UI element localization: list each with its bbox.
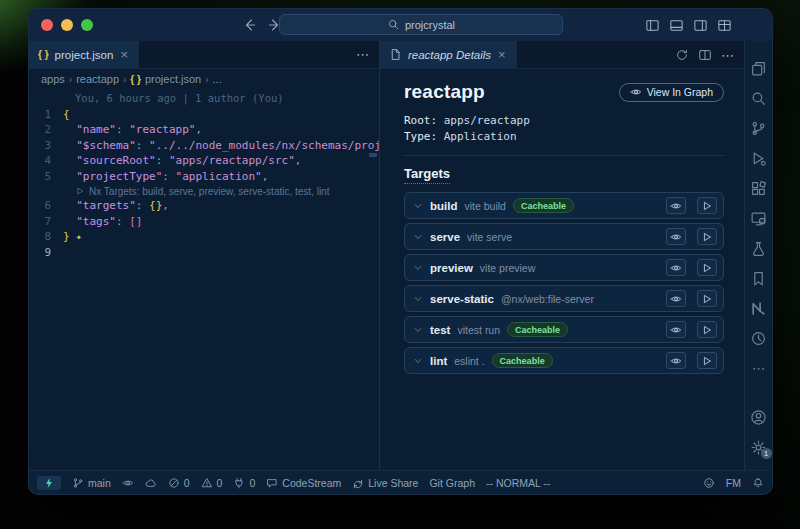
activity-testing-icon[interactable] <box>745 233 773 263</box>
view-target-button[interactable] <box>666 352 686 369</box>
tab-reactapp-details[interactable]: reactapp Details × <box>380 41 517 68</box>
activity-more-icon[interactable]: ⋯ <box>745 353 773 383</box>
editor-actions-left: ⋯ <box>347 41 379 68</box>
activity-search-icon[interactable] <box>745 83 773 113</box>
code-editor[interactable]: You, 6 hours ago | 1 author (You)1{2 "na… <box>29 89 379 470</box>
activity-run-debug-icon[interactable] <box>745 143 773 173</box>
eye-icon <box>670 324 682 336</box>
status-bell-icon[interactable] <box>752 477 764 489</box>
extensions-icon <box>750 180 767 197</box>
layout-controls <box>645 18 732 33</box>
run-target-button[interactable] <box>697 228 717 245</box>
more-icon[interactable]: ⋯ <box>721 46 735 64</box>
chevron-down-icon[interactable] <box>413 263 423 273</box>
cacheable-badge: Cacheable <box>513 198 574 213</box>
more-actions-icon[interactable]: ⋯ <box>356 47 370 62</box>
run-target-button[interactable] <box>697 259 717 276</box>
target-command: vitest run <box>457 324 500 336</box>
chevron-down-icon[interactable] <box>413 201 423 211</box>
bell-icon <box>752 477 764 489</box>
toggle-panel-icon[interactable] <box>669 18 684 33</box>
activity-remote-explorer-icon[interactable] <box>745 203 773 233</box>
search-icon <box>750 90 767 107</box>
activity-bar: ⋯1 <box>744 41 772 470</box>
breadcrumb-item[interactable]: project.json <box>145 73 201 85</box>
status-plug-icon[interactable]: 0 <box>233 477 255 489</box>
status-fm[interactable]: FM <box>726 477 741 489</box>
status-error-icon[interactable]: 0 <box>168 477 190 489</box>
activity-history-icon[interactable] <box>745 323 773 353</box>
close-window-button[interactable] <box>41 19 53 31</box>
type-label: Type: <box>404 130 437 143</box>
explorer-icon <box>750 60 767 77</box>
chevron-down-icon[interactable] <box>413 232 423 242</box>
chevron-down-icon[interactable] <box>413 356 423 366</box>
status-git-graph[interactable]: Git Graph <box>429 477 475 489</box>
target-card-test[interactable]: testvitest runCacheable <box>404 316 724 343</box>
run-target-button[interactable] <box>697 290 717 307</box>
eye-icon <box>670 231 682 243</box>
activity-bookmarks-icon[interactable] <box>745 263 773 293</box>
status-feedback-icon[interactable] <box>703 477 715 489</box>
chevron-down-icon[interactable] <box>413 325 423 335</box>
view-target-button[interactable] <box>666 321 686 338</box>
line-number: 8 <box>29 229 63 245</box>
chevron-down-icon[interactable] <box>413 294 423 304</box>
status-live-share-icon[interactable]: Live Share <box>352 477 418 489</box>
tab-project-json[interactable]: { } project.json × <box>29 41 139 68</box>
refresh-icon[interactable] <box>675 48 689 62</box>
plug-icon <box>233 477 245 489</box>
run-target-button[interactable] <box>697 352 717 369</box>
view-target-button[interactable] <box>666 290 686 307</box>
close-icon[interactable]: × <box>119 48 129 61</box>
back-icon[interactable] <box>241 17 257 33</box>
activity-settings-gear-icon[interactable]: 1 <box>745 432 773 462</box>
comment-icon <box>266 477 278 489</box>
code-line: 2 "name": "reactapp", <box>29 122 379 138</box>
activity-nx-console-icon[interactable] <box>745 293 773 323</box>
line-number: 4 <box>29 153 63 169</box>
target-card-preview[interactable]: previewvite preview <box>404 254 724 281</box>
play-icon <box>701 231 713 243</box>
target-card-build[interactable]: buildvite buildCacheable <box>404 192 724 219</box>
close-icon[interactable]: × <box>497 48 507 61</box>
run-target-button[interactable] <box>697 321 717 338</box>
target-card-serve[interactable]: servevite serve <box>404 223 724 250</box>
root-label: Root: <box>404 114 437 127</box>
status--normal-[interactable]: -- NORMAL -- <box>486 477 550 489</box>
status-git-branch-icon[interactable]: main <box>72 477 111 489</box>
toggle-secondary-sidebar-icon[interactable] <box>693 18 708 33</box>
activity-source-control-icon[interactable] <box>745 113 773 143</box>
zoom-window-button[interactable] <box>81 19 93 31</box>
activity-explorer-icon[interactable] <box>745 53 773 83</box>
target-command: vite preview <box>480 262 535 274</box>
view-target-button[interactable] <box>666 228 686 245</box>
status-warning-icon[interactable]: 0 <box>201 477 223 489</box>
toggle-sidebar-icon[interactable] <box>645 18 660 33</box>
status-remote-lightning-icon[interactable] <box>37 476 61 490</box>
activity-account-icon[interactable] <box>745 402 773 432</box>
target-card-lint[interactable]: linteslint .Cacheable <box>404 347 724 374</box>
customize-layout-icon[interactable] <box>717 18 732 33</box>
breadcrumb-item[interactable]: ... <box>213 73 222 85</box>
command-center-search[interactable]: projcrystal <box>279 14 563 35</box>
view-target-button[interactable] <box>666 259 686 276</box>
play-icon <box>701 355 713 367</box>
status-eye-icon[interactable] <box>122 477 134 489</box>
run-target-button[interactable] <box>697 197 717 214</box>
activity-extensions-icon[interactable] <box>745 173 773 203</box>
nx-console-icon <box>750 300 767 317</box>
target-command: eslint . <box>454 355 484 367</box>
view-in-graph-button[interactable]: View In Graph <box>619 83 724 102</box>
nx-targets-codelens[interactable]: Nx Targets: build, serve, preview, serve… <box>29 184 379 198</box>
view-target-button[interactable] <box>666 197 686 214</box>
breadcrumb-item[interactable]: reactapp <box>76 73 119 85</box>
status-comment-icon[interactable]: CodeStream <box>266 477 341 489</box>
target-card-serve-static[interactable]: serve-static@nx/web:file-server <box>404 285 724 312</box>
split-editor-icon[interactable] <box>698 48 712 62</box>
breadcrumb-item[interactable]: apps <box>41 73 65 85</box>
status-cloud-icon[interactable] <box>145 477 157 489</box>
eye-icon <box>670 293 682 305</box>
eye-icon <box>670 355 682 367</box>
minimize-window-button[interactable] <box>61 19 73 31</box>
